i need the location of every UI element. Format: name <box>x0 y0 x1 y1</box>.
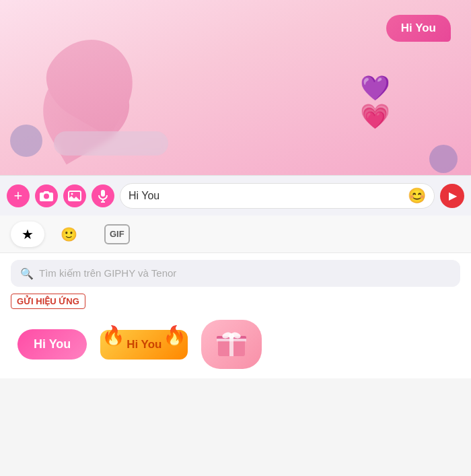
send-button[interactable]: ▶ <box>440 184 464 208</box>
camera-icon <box>40 191 53 201</box>
decorative-circle-right <box>429 145 458 173</box>
photo-icon <box>68 190 81 202</box>
tab-favorites[interactable]: ★ <box>11 222 44 247</box>
decorative-blur-pill <box>54 131 168 156</box>
flame-right-icon: 🔥 <box>163 325 186 347</box>
photo-button[interactable] <box>63 184 86 207</box>
svg-rect-8 <box>217 339 246 341</box>
input-toolbar: + Hi You 😊 ▶ <box>0 175 471 215</box>
message-bubble: Hi You <box>386 15 451 42</box>
effects-label: GỬI HIỆU ỨNG <box>11 294 85 309</box>
sticker-icon: 🙂 <box>61 226 77 242</box>
send-icon: ▶ <box>449 189 457 202</box>
decorative-circle-left <box>10 125 42 157</box>
sticker-tabs: ★ 🙂 GIF <box>0 215 471 253</box>
search-bar[interactable]: 🔍 Tìm kiếm trên GIPHY và Tenor <box>11 260 460 287</box>
emoji-button[interactable]: 😊 <box>408 187 426 205</box>
camera-button[interactable] <box>35 184 58 207</box>
mic-icon <box>98 189 108 203</box>
search-placeholder: Tìm kiếm trên GIPHY và Tenor <box>39 267 176 279</box>
message-input-container: Hi You 😊 <box>120 183 435 209</box>
effect-button-1[interactable]: Hi You <box>17 329 87 360</box>
plus-button[interactable]: + <box>7 184 30 207</box>
gif-label: GIF <box>104 224 130 244</box>
gift-icon <box>215 328 248 361</box>
mic-button[interactable] <box>92 184 114 207</box>
star-icon: ★ <box>22 226 34 242</box>
svg-point-1 <box>71 193 73 195</box>
message-input[interactable]: Hi You <box>129 190 402 202</box>
tab-gif[interactable]: GIF <box>94 222 141 247</box>
flame-left-icon: 🔥 <box>102 325 125 347</box>
effect-btn2-text: Hi You <box>126 338 161 351</box>
effect-button-2[interactable]: 🔥 Hi You 🔥 <box>100 330 188 360</box>
svg-point-11 <box>229 333 234 339</box>
effects-section: GỬI HIỆU ỨNG Hi You 🔥 Hi You 🔥 <box>0 294 471 378</box>
effects-row: Hi You 🔥 Hi You 🔥 <box>11 320 460 369</box>
effect-button-3[interactable] <box>201 320 262 369</box>
hearts-emoji: 💜💗 <box>360 74 390 131</box>
svg-rect-2 <box>101 190 105 197</box>
chat-area: 💜💗 Hi You <box>0 0 471 175</box>
search-area: 🔍 Tìm kiếm trên GIPHY và Tenor <box>0 253 471 294</box>
tab-stickers[interactable]: 🙂 <box>50 222 88 247</box>
search-icon: 🔍 <box>20 267 34 280</box>
